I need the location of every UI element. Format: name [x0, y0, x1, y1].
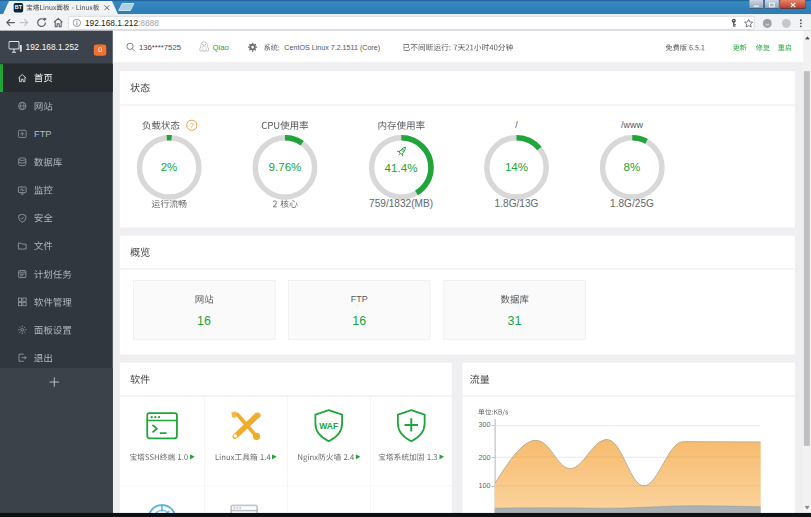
svg-text:?: ?: [190, 121, 194, 130]
svg-text:WAF: WAF: [319, 421, 338, 431]
